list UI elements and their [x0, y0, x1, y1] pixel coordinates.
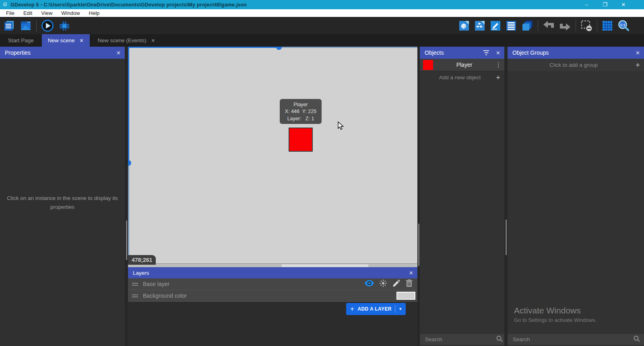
canvas-scroll-line-left-bottom [128, 163, 129, 264]
close-icon[interactable]: ✕ [409, 270, 413, 276]
canvas-scroll-line-left [128, 47, 129, 163]
tab-new-scene-events[interactable]: New scene (Events) ✕ [90, 34, 163, 47]
drag-handle-icon[interactable] [132, 295, 138, 297]
scrollbar-thumb[interactable] [418, 224, 419, 266]
tab-start-page[interactable]: Start Page [0, 34, 42, 47]
add-object-label: Add a new object [424, 74, 496, 80]
scrollbar-thumb[interactable] [126, 220, 127, 260]
clear-selection-icon[interactable] [580, 20, 592, 32]
properties-empty-message: Click on an instance in the scene to dis… [4, 194, 121, 211]
layer-row-base[interactable]: Base layer [128, 278, 417, 290]
scrollbar-thumb[interactable] [506, 220, 507, 255]
tab-label: Start Page [8, 37, 34, 43]
menu-edit[interactable]: Edit [19, 9, 37, 17]
add-object-row[interactable]: Add a new object + [420, 71, 504, 84]
layer-effects-icon[interactable] [379, 279, 387, 289]
tabbar: Start Page New scene ✕ New scene (Events… [0, 34, 644, 47]
zoom-1-1-icon[interactable]: 1:1 [617, 20, 630, 32]
layers-toolbar-icon[interactable] [521, 20, 533, 32]
scene-canvas[interactable]: Player X: 446 Y: 225 Layer: Z: 1 478;261 [128, 47, 417, 267]
start-page-icon[interactable] [20, 20, 32, 32]
layer-row-actions [365, 279, 413, 289]
instance-tooltip: Player X: 446 Y: 225 Layer: Z: 1 [280, 99, 322, 124]
layer-name: Base layer [143, 281, 365, 287]
watermark-subtitle: Go to Settings to activate Windows. [514, 317, 597, 323]
canvas-hscrollbar-thumb[interactable] [282, 264, 368, 267]
player-object-instance[interactable] [289, 128, 313, 152]
objects-searchbar [420, 334, 504, 345]
tab-close-icon[interactable]: ✕ [151, 38, 155, 43]
cursor-coordinates: 478;261 [128, 255, 156, 265]
close-icon[interactable]: ✕ [636, 50, 640, 56]
close-icon[interactable]: ✕ [496, 50, 500, 56]
toolbar-separator [576, 20, 576, 31]
edit-layer-pencil-icon[interactable] [392, 279, 400, 289]
tab-new-scene[interactable]: New scene ✕ [42, 34, 90, 47]
chevron-down-icon[interactable]: ▼ [395, 307, 406, 311]
search-icon [496, 336, 503, 344]
layer-row-background[interactable]: Background color [128, 290, 417, 302]
edit-properties-icon[interactable] [490, 20, 501, 31]
panel-title: Layers [133, 270, 149, 276]
menubar: File Edit View Window Help [0, 9, 644, 17]
menu-file[interactable]: File [2, 9, 19, 17]
instances-list-icon[interactable] [506, 20, 517, 31]
tab-close-icon[interactable]: ✕ [80, 38, 84, 43]
groups-searchbar [508, 334, 644, 345]
mouse-cursor [337, 122, 345, 132]
delete-layer-trash-icon[interactable] [406, 279, 413, 289]
groups-search-input[interactable] [513, 336, 634, 342]
menu-window[interactable]: Window [57, 9, 84, 17]
canvas-scroll-dot-top[interactable] [276, 47, 282, 50]
visibility-eye-icon[interactable] [365, 280, 374, 288]
background-color-swatch[interactable] [396, 292, 415, 300]
object-groups-header: Object Groups ✕ [508, 47, 644, 59]
window-controls: – ❐ ✕ [577, 0, 633, 9]
object-row-player[interactable]: Player ⋮ [420, 59, 504, 71]
close-icon[interactable]: ✕ [116, 50, 121, 56]
gdevelop-logo-icon [2, 1, 8, 8]
grid-icon[interactable] [602, 20, 613, 31]
layers-panel: Layers ✕ Base layer [128, 267, 417, 346]
tab-label: New scene [48, 37, 75, 43]
layer-name: Background color [143, 292, 396, 299]
maximize-button[interactable]: ❐ [596, 0, 614, 9]
kebab-menu-icon[interactable]: ⋮ [495, 61, 501, 68]
canvas-scroll-dot-left[interactable] [128, 160, 131, 166]
panel-resizer[interactable] [504, 47, 508, 346]
filter-icon[interactable] [483, 50, 489, 55]
tooltip-object-name: Player [280, 101, 322, 108]
canvas-hscrollbar[interactable] [128, 264, 417, 267]
objects-search-input[interactable] [425, 336, 496, 342]
add-group-row[interactable]: Click to add a group + [508, 59, 644, 71]
add-layer-button[interactable]: + ADD A LAYER ▼ [346, 303, 406, 315]
toolbar-separator [36, 20, 37, 31]
toolbar-left [3, 17, 70, 34]
object-thumbnail [423, 60, 433, 70]
plus-icon: + [350, 305, 354, 313]
close-button[interactable]: ✕ [614, 0, 633, 9]
menu-help[interactable]: Help [85, 9, 104, 17]
panel-resizer[interactable] [125, 47, 128, 346]
menu-view[interactable]: View [37, 9, 57, 17]
main-area: Properties ✕ Click on an instance in the… [0, 47, 644, 346]
add-object-icon[interactable] [458, 20, 470, 31]
panel-title: Objects [425, 49, 444, 56]
play-button[interactable] [41, 19, 54, 32]
add-layer-label: ADD A LAYER [354, 306, 395, 312]
search-icon [634, 336, 640, 344]
undo-icon[interactable] [543, 20, 555, 31]
project-manager-icon[interactable] [3, 20, 15, 32]
layers-header: Layers ✕ [128, 267, 417, 278]
add-group-label: Click to add a group [512, 62, 636, 68]
tab-label: New scene (Events) [98, 37, 147, 43]
redo-icon[interactable] [559, 20, 571, 31]
watermark-title: Activate Windows [514, 306, 597, 315]
drag-handle-icon[interactable] [132, 283, 138, 286]
debug-icon[interactable] [58, 20, 70, 32]
properties-header: Properties ✕ [0, 47, 125, 59]
toolbar-separator [597, 20, 597, 31]
activate-windows-watermark: Activate Windows Go to Settings to activ… [514, 306, 597, 323]
minimize-button[interactable]: – [577, 0, 596, 9]
object-groups-icon[interactable] [474, 20, 485, 31]
